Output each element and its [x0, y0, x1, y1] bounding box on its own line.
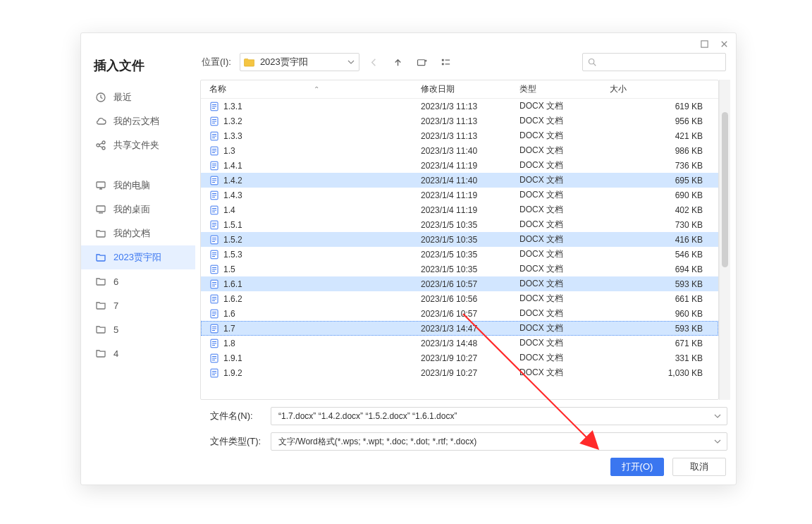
view-mode-button[interactable] — [437, 53, 455, 71]
file-row[interactable]: 1.5.32023/1/5 10:35DOCX 文档546 KB — [201, 247, 718, 262]
open-button[interactable]: 打开(O) — [610, 458, 664, 476]
filename-combobox[interactable] — [271, 407, 727, 425]
docx-file-icon — [209, 161, 219, 171]
main-panel: 位置(I): 2023贾宇阳 — [195, 47, 736, 485]
filename-label: 文件名(N): — [204, 410, 264, 422]
file-name: 1.6 — [223, 309, 235, 319]
svg-rect-0 — [701, 40, 707, 47]
docx-file-icon — [209, 235, 219, 245]
file-name: 1.3 — [223, 146, 235, 156]
file-row[interactable]: 1.6.12023/1/6 10:57DOCX 文档593 KB — [201, 276, 718, 291]
file-name: 1.4 — [223, 205, 235, 215]
vertical-scrollbar[interactable] — [719, 80, 730, 400]
filename-input[interactable] — [277, 410, 710, 422]
scrollbar-thumb[interactable] — [722, 112, 728, 267]
svg-point-3 — [102, 141, 105, 144]
file-row[interactable]: 1.52023/1/5 10:35DOCX 文档694 KB — [201, 262, 718, 276]
file-row[interactable]: 1.82023/1/3 14:48DOCX 文档671 KB — [201, 336, 718, 351]
filetype-input[interactable] — [277, 436, 710, 447]
sidebar-item-folder-4[interactable]: 4 — [81, 341, 195, 365]
file-row[interactable]: 1.5.22023/1/5 10:35DOCX 文档416 KB — [201, 232, 718, 247]
svg-rect-6 — [97, 206, 105, 212]
file-row[interactable]: 1.72023/1/3 14:47DOCX 文档593 KB — [201, 321, 718, 336]
file-date: 2023/1/9 10:27 — [417, 368, 515, 378]
sidebar-item-folder-6[interactable]: 6 — [81, 269, 195, 293]
chevron-down-icon[interactable] — [714, 437, 721, 447]
sort-asc-icon: ⌃ — [314, 85, 319, 93]
file-row[interactable]: 1.4.22023/1/4 11:40DOCX 文档695 KB — [201, 173, 718, 188]
nav-back-button[interactable] — [365, 53, 383, 71]
file-size: 986 KB — [605, 146, 718, 156]
file-name: 1.6.2 — [223, 294, 242, 304]
sidebar-item-label: 6 — [113, 276, 118, 287]
folder-icon — [95, 324, 106, 335]
sidebar-item-desktop[interactable]: 我的桌面 — [81, 197, 195, 221]
sidebar-item-shared[interactable]: 共享文件夹 — [81, 133, 195, 157]
file-size: 546 KB — [605, 250, 718, 260]
search-box[interactable] — [582, 53, 726, 71]
file-type: DOCX 文档 — [515, 293, 605, 305]
sidebar-item-recent[interactable]: 最近 — [81, 85, 195, 109]
file-row[interactable]: 1.9.22023/1/9 10:27DOCX 文档1,030 KB — [201, 365, 718, 380]
close-button[interactable] — [718, 37, 730, 50]
docx-file-icon — [209, 264, 219, 274]
sidebar-item-folder-5[interactable]: 5 — [81, 317, 195, 341]
sidebar-item-mypc[interactable]: 我的电脑 — [81, 173, 195, 197]
col-header-date[interactable]: 修改日期 — [417, 83, 515, 95]
col-header-size[interactable]: 大小 — [605, 83, 718, 95]
file-listing: 名称 ⌃ 修改日期 类型 大小 1.3.12023/1/3 11:13DOCX … — [200, 80, 719, 400]
file-row[interactable]: 1.3.12023/1/3 11:13DOCX 文档619 KB — [201, 99, 718, 114]
file-type: DOCX 文档 — [515, 204, 605, 216]
file-row[interactable]: 1.3.32023/1/3 11:13DOCX 文档421 KB — [201, 128, 718, 143]
docx-file-icon — [209, 339, 219, 348]
chevron-down-icon[interactable] — [714, 411, 721, 422]
file-date: 2023/1/4 11:19 — [417, 205, 515, 215]
sidebar-item-label: 4 — [113, 348, 118, 359]
sidebar-item-label: 最近 — [113, 91, 132, 104]
sidebar-item-folder-a[interactable]: 2023贾宇阳 — [81, 245, 195, 269]
file-size: 694 KB — [605, 264, 718, 274]
file-name: 1.5.3 — [223, 250, 242, 260]
file-name: 1.5 — [223, 264, 235, 274]
folder-icon — [243, 56, 256, 68]
file-type: DOCX 文档 — [515, 263, 605, 275]
sidebar-item-folder-7[interactable]: 7 — [81, 293, 195, 317]
file-row[interactable]: 1.4.32023/1/4 11:19DOCX 文档690 KB — [201, 188, 718, 202]
sidebar-item-docs[interactable]: 我的文档 — [81, 221, 195, 245]
svg-point-2 — [97, 144, 99, 147]
file-size: 593 KB — [605, 324, 718, 334]
file-row[interactable]: 1.32023/1/3 11:40DOCX 文档986 KB — [201, 143, 718, 158]
file-type: DOCX 文档 — [515, 337, 605, 349]
file-type: DOCX 文档 — [515, 189, 605, 201]
monitor-icon — [95, 204, 106, 215]
col-header-type[interactable]: 类型 — [515, 83, 605, 95]
svg-rect-7 — [418, 59, 425, 65]
svg-point-4 — [102, 147, 105, 150]
filetype-combobox[interactable] — [271, 432, 727, 451]
location-selector[interactable]: 2023贾宇阳 — [240, 53, 359, 71]
file-date: 2023/1/6 10:56 — [417, 294, 515, 304]
file-row[interactable]: 1.6.22023/1/6 10:56DOCX 文档661 KB — [201, 291, 718, 306]
nav-up-button[interactable] — [389, 53, 407, 71]
file-row[interactable]: 1.5.12023/1/5 10:35DOCX 文档730 KB — [201, 217, 718, 232]
docx-file-icon — [209, 220, 219, 230]
search-input[interactable] — [601, 56, 721, 68]
cancel-button[interactable]: 取消 — [672, 458, 726, 476]
file-size: 402 KB — [605, 205, 718, 215]
file-row[interactable]: 1.3.22023/1/3 11:13DOCX 文档956 KB — [201, 114, 718, 128]
file-row[interactable]: 1.62023/1/6 10:57DOCX 文档960 KB — [201, 306, 718, 321]
current-folder-name: 2023贾宇阳 — [260, 56, 343, 68]
sidebar-item-cloud[interactable]: 我的云文档 — [81, 109, 195, 133]
file-name: 1.9.2 — [223, 368, 242, 378]
docx-file-icon — [209, 250, 219, 260]
new-folder-button[interactable] — [413, 53, 431, 71]
file-row[interactable]: 1.42023/1/4 11:19DOCX 文档402 KB — [201, 202, 718, 217]
col-header-name[interactable]: 名称 ⌃ — [205, 83, 417, 95]
sidebar-item-label: 我的桌面 — [113, 203, 150, 216]
file-row[interactable]: 1.4.12023/1/4 11:19DOCX 文档736 KB — [201, 158, 718, 173]
file-row[interactable]: 1.9.12023/1/9 10:27DOCX 文档331 KB — [201, 351, 718, 365]
maximize-button[interactable] — [698, 37, 710, 50]
toolbar: 位置(I): 2023贾宇阳 — [196, 47, 736, 80]
file-date: 2023/1/6 10:57 — [417, 279, 515, 289]
folder-icon — [95, 276, 106, 287]
